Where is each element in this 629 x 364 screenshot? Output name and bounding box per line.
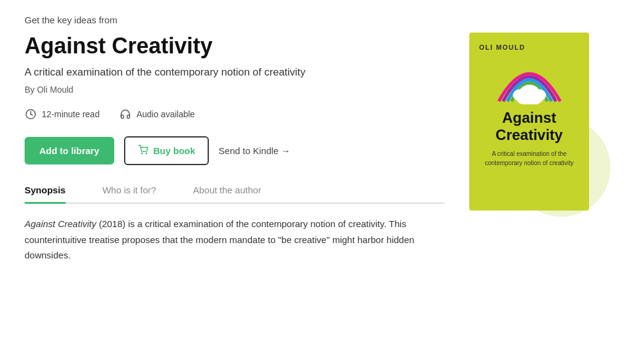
read-time-item: 12-minute read bbox=[25, 108, 100, 120]
arrow-right-icon: → bbox=[281, 145, 290, 156]
tabs-row: Synopsis Who is it for? About the author bbox=[25, 185, 445, 204]
synopsis-text: Against Creativity (2018) is a critical … bbox=[25, 216, 430, 263]
headphones-icon bbox=[119, 108, 131, 120]
tab-who-is-it-for[interactable]: Who is it for? bbox=[103, 185, 157, 203]
svg-point-2 bbox=[146, 153, 146, 154]
cart-icon bbox=[138, 145, 149, 157]
left-content: Against Creativity A critical examinatio… bbox=[25, 33, 445, 263]
cover-subtitle: A critical examination of the contempora… bbox=[479, 149, 579, 168]
send-to-kindle-button[interactable]: Send to Kindle → bbox=[219, 145, 291, 156]
read-time-label: 12-minute read bbox=[42, 109, 100, 119]
add-to-library-button[interactable]: Add to library bbox=[25, 137, 114, 165]
book-subtitle: A critical examination of the contempora… bbox=[25, 66, 445, 79]
cover-title: AgainstCreativity bbox=[496, 109, 563, 143]
synopsis-italic: Against Creativity bbox=[25, 219, 96, 229]
svg-point-1 bbox=[141, 153, 142, 154]
main-layout: Against Creativity A critical examinatio… bbox=[25, 33, 604, 263]
tab-synopsis[interactable]: Synopsis bbox=[25, 185, 66, 203]
svg-point-6 bbox=[520, 85, 539, 99]
audio-label: Audio available bbox=[136, 109, 195, 119]
buy-book-button[interactable]: Buy book bbox=[124, 136, 209, 165]
buy-book-label: Buy book bbox=[154, 145, 195, 156]
get-key-ideas-label: Get the key ideas from bbox=[25, 15, 604, 25]
book-title: Against Creativity bbox=[25, 33, 445, 59]
tab-about-the-author[interactable]: About the author bbox=[193, 185, 261, 203]
clock-icon bbox=[25, 108, 37, 120]
meta-row: 12-minute read Audio available bbox=[25, 108, 445, 120]
cover-author: OLI MOULD bbox=[479, 44, 525, 51]
audio-item: Audio available bbox=[119, 108, 195, 120]
book-cover: OLI MOULD AgainstCreativity A bbox=[469, 33, 589, 211]
book-cover-area: OLI MOULD AgainstCreativity A bbox=[469, 33, 604, 211]
book-author: By Oli Mould bbox=[25, 85, 445, 95]
send-to-kindle-label: Send to Kindle bbox=[219, 145, 279, 156]
actions-row: Add to library Buy book Send to Kindle → bbox=[25, 136, 445, 165]
cover-rainbow-area bbox=[493, 58, 566, 104]
